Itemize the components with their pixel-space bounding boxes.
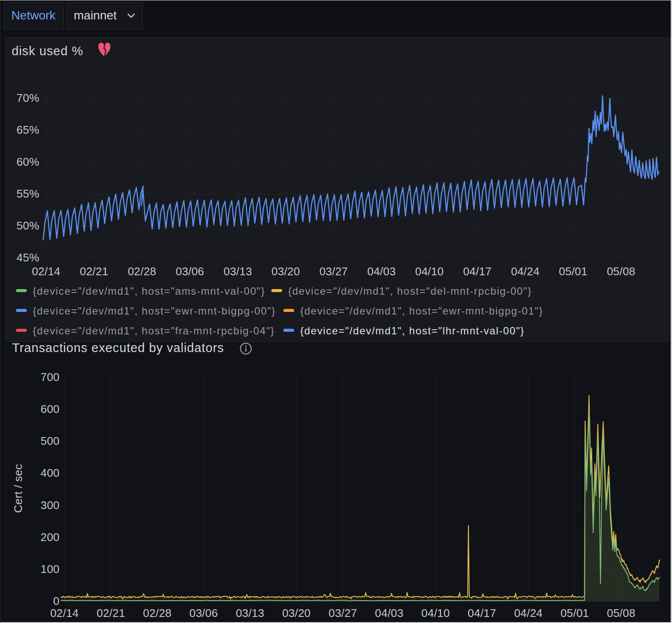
svg-text:05/01: 05/01 xyxy=(560,607,589,620)
svg-text:03/27: 03/27 xyxy=(319,265,348,278)
svg-text:50%: 50% xyxy=(16,219,39,232)
svg-text:04/10: 04/10 xyxy=(415,265,444,278)
svg-text:45%: 45% xyxy=(16,251,39,264)
svg-text:60%: 60% xyxy=(16,155,39,168)
svg-text:04/10: 04/10 xyxy=(421,607,450,620)
svg-text:03/06: 03/06 xyxy=(176,265,204,278)
svg-text:200: 200 xyxy=(41,531,60,544)
svg-text:03/13: 03/13 xyxy=(236,607,264,620)
svg-text:02/28: 02/28 xyxy=(128,265,156,278)
svg-text:55%: 55% xyxy=(16,187,39,200)
svg-text:04/17: 04/17 xyxy=(468,607,496,620)
svg-text:04/24: 04/24 xyxy=(514,607,543,620)
svg-text:Cert / sec: Cert / sec xyxy=(12,464,25,513)
svg-text:700: 700 xyxy=(41,371,60,384)
svg-text:04/24: 04/24 xyxy=(511,265,540,278)
svg-text:05/08: 05/08 xyxy=(607,607,635,620)
svg-text:02/21: 02/21 xyxy=(97,607,125,620)
svg-text:02/14: 02/14 xyxy=(50,607,79,620)
svg-text:05/08: 05/08 xyxy=(607,265,635,278)
svg-text:03/20: 03/20 xyxy=(271,265,300,278)
svg-text:04/17: 04/17 xyxy=(463,265,492,278)
svg-text:65%: 65% xyxy=(16,123,39,136)
svg-text:02/14: 02/14 xyxy=(32,265,60,278)
svg-text:04/03: 04/03 xyxy=(375,607,403,620)
svg-text:03/13: 03/13 xyxy=(223,265,252,278)
svg-text:500: 500 xyxy=(41,434,60,447)
svg-text:04/03: 04/03 xyxy=(367,265,396,278)
svg-text:400: 400 xyxy=(41,466,60,479)
svg-text:02/28: 02/28 xyxy=(143,607,172,620)
svg-text:05/01: 05/01 xyxy=(559,265,587,278)
svg-text:03/20: 03/20 xyxy=(282,607,311,620)
svg-text:03/27: 03/27 xyxy=(329,607,357,620)
svg-text:600: 600 xyxy=(41,403,60,415)
svg-text:0: 0 xyxy=(53,595,60,607)
svg-text:70%: 70% xyxy=(16,91,39,104)
svg-text:300: 300 xyxy=(41,499,60,512)
svg-text:100: 100 xyxy=(41,563,60,576)
svg-text:03/06: 03/06 xyxy=(189,607,218,620)
svg-text:02/21: 02/21 xyxy=(80,265,108,278)
